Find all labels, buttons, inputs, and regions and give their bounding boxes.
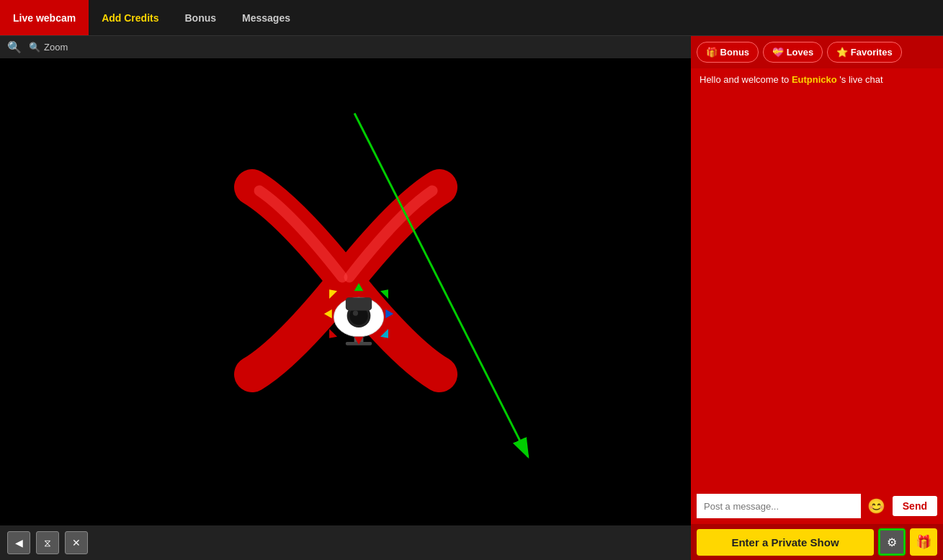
svg-marker-14: [380, 328, 388, 338]
svg-marker-7: [354, 283, 363, 291]
adjust-button[interactable]: ⧖: [36, 531, 59, 554]
svg-point-3: [352, 310, 357, 315]
video-content: [0, 58, 691, 525]
nav-bonus[interactable]: Bonus: [172, 0, 230, 35]
webcam-icon: [316, 278, 402, 350]
chat-message-input[interactable]: [697, 494, 861, 518]
search-icon[interactable]: 🔍: [7, 40, 22, 54]
loves-button[interactable]: 💝 Loves: [763, 42, 823, 63]
gift-icon: 🎁: [916, 534, 931, 550]
gift-button[interactable]: 🎁: [910, 528, 937, 556]
chat-actions: 🎁 Bonus 💝 Loves ⭐ Favorites: [691, 36, 943, 68]
send-button[interactable]: Send: [893, 496, 937, 516]
svg-marker-13: [329, 328, 337, 338]
nav-live-webcam[interactable]: Live webcam: [0, 0, 89, 35]
svg-marker-9: [323, 309, 331, 318]
svg-rect-4: [345, 297, 371, 310]
nav-add-credits[interactable]: Add Credits: [89, 0, 171, 35]
svg-marker-11: [329, 289, 337, 299]
video-panel: 🔍 🔍 Zoom: [0, 36, 691, 560]
bottom-controls: ◀ ⧖ ✕: [0, 525, 691, 560]
video-area: [0, 58, 691, 525]
main-layout: 🔍 🔍 Zoom: [0, 36, 943, 560]
chat-welcome-message: Hello and welcome to Eutpnicko 's live c…: [691, 68, 943, 91]
chat-panel: 🎁 Bonus 💝 Loves ⭐ Favorites Hello and we…: [691, 36, 943, 560]
chat-input-area: 😊 Send: [691, 488, 943, 524]
settings-icon: ⚙: [887, 536, 897, 549]
chat-messages-area[interactable]: [691, 91, 943, 488]
bonus-button[interactable]: 🎁 Bonus: [697, 42, 759, 63]
svg-marker-12: [380, 289, 388, 299]
private-show-bar: Enter a Private Show ⚙ 🎁: [691, 524, 943, 560]
svg-marker-10: [385, 309, 393, 318]
top-navigation: Live webcam Add Credits Bonus Messages: [0, 0, 943, 36]
nav-messages[interactable]: Messages: [229, 0, 303, 35]
private-show-button[interactable]: Enter a Private Show: [697, 529, 874, 556]
zoom-control[interactable]: 🔍 Zoom: [29, 42, 68, 53]
back-button[interactable]: ◀: [7, 531, 30, 554]
settings-button[interactable]: ⚙: [878, 528, 906, 556]
close-button[interactable]: ✕: [65, 531, 88, 554]
emoji-button[interactable]: 😊: [865, 494, 888, 518]
video-toolbar: 🔍 🔍 Zoom: [0, 36, 691, 58]
favorites-button[interactable]: ⭐ Favorites: [827, 42, 901, 63]
